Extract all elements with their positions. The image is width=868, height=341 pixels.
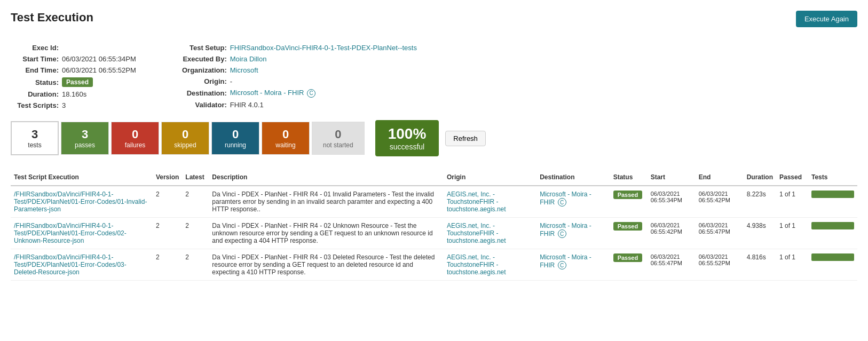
status-cell: Passed <box>610 249 648 281</box>
col-header-script: Test Script Execution <box>11 169 153 186</box>
status-badge: Passed <box>62 77 93 87</box>
test-setup-label: Test Setup: <box>168 44 227 52</box>
table-row: /FHIRSandbox/DaVinci/FHIR4-0-1-Test/PDEX… <box>11 249 857 281</box>
stat-passes: 3 passes <box>61 122 109 155</box>
start-cell: 06/03/202106:55:34PM <box>648 186 696 218</box>
end-cell: 06/03/202106:55:42PM <box>696 186 744 218</box>
executed-by-link[interactable]: Moira Dillon <box>230 55 267 63</box>
script-link[interactable]: /FHIRSandbox/DaVinci/FHIR4-0-1-Test/PDEX… <box>14 191 147 213</box>
start-cell: 06/03/202106:55:42PM <box>648 218 696 249</box>
dest-link[interactable]: Microsoft - Moira - FHIR C <box>540 191 591 206</box>
origin-cell: AEGIS.net, Inc. - TouchstoneFHIR - touch… <box>444 249 536 281</box>
progress-bar-fill <box>811 253 854 261</box>
script-cell: /FHIRSandbox/DaVinci/FHIR4-0-1-Test/PDEX… <box>11 249 153 281</box>
tests-cell <box>808 249 857 281</box>
col-header-tests: Tests <box>808 169 857 186</box>
version-cell: 2 <box>153 186 182 218</box>
desc-cell: Da Vinci - PDEX - PlanNet - FHIR R4 - 03… <box>209 249 444 281</box>
validator-value: FHIR 4.0.1 <box>230 101 264 109</box>
circle-c-icon: C <box>558 261 566 269</box>
test-setup-link[interactable]: FHIRSandbox-DaVinci-FHIR4-0-1-Test-PDEX-… <box>230 44 417 52</box>
col-header-duration: Duration <box>744 169 776 186</box>
dest-cell: Microsoft - Moira - FHIR C <box>536 249 610 281</box>
duration-cell: 8.223s <box>744 186 776 218</box>
results-table: Test Script Execution Version Latest Des… <box>11 169 857 281</box>
origin-link[interactable]: AEGIS.net, Inc. - TouchstoneFHIR - touch… <box>447 191 506 213</box>
version-cell: 2 <box>153 249 182 281</box>
refresh-button[interactable]: Refresh <box>445 131 486 146</box>
origin-link[interactable]: AEGIS.net, Inc. - TouchstoneFHIR - touch… <box>447 253 506 276</box>
script-link[interactable]: /FHIRSandbox/DaVinci/FHIR4-0-1-Test/PDEX… <box>14 253 127 276</box>
dest-cell: Microsoft - Moira - FHIR C <box>536 186 610 218</box>
col-header-origin: Origin <box>444 169 536 186</box>
dest-link[interactable]: Microsoft - Moira - FHIR C <box>540 253 591 269</box>
circle-c-icon: C <box>558 198 566 207</box>
end-time-label: End Time: <box>11 66 59 74</box>
progress-bar <box>811 222 854 229</box>
origin-link[interactable]: AEGIS.net, Inc. - TouchstoneFHIR - touch… <box>447 222 506 244</box>
col-header-version: Version <box>153 169 182 186</box>
stat-waiting: 0 waiting <box>262 122 310 155</box>
organization-link[interactable]: Microsoft <box>230 66 258 74</box>
status-cell: Passed <box>610 218 648 249</box>
circle-c-icon: C <box>558 229 566 238</box>
status-badge: Passed <box>613 253 643 262</box>
dest-cell: Microsoft - Moira - FHIR C <box>536 218 610 249</box>
duration-value: 18.160s <box>62 90 86 98</box>
end-cell: 06/03/202106:55:47PM <box>696 218 744 249</box>
latest-cell: 2 <box>182 249 209 281</box>
passed-cell: 1 of 1 <box>776 186 808 218</box>
col-header-latest: Latest <box>182 169 209 186</box>
destination-label: Destination: <box>168 89 227 97</box>
script-link[interactable]: /FHIRSandbox/DaVinci/FHIR4-0-1-Test/PDEX… <box>14 222 127 244</box>
latest-cell: 2 <box>182 218 209 249</box>
page-title: Test Execution <box>11 11 93 25</box>
dest-link[interactable]: Microsoft - Moira - FHIR C <box>540 222 591 237</box>
col-header-end: End <box>696 169 744 186</box>
test-scripts-label: Test Scripts: <box>11 101 59 109</box>
duration-cell: 4.816s <box>744 249 776 281</box>
status-cell: Passed <box>610 186 648 218</box>
version-cell: 2 <box>153 218 182 249</box>
progress-bar-fill <box>811 222 854 229</box>
origin-label: Origin: <box>168 77 227 85</box>
origin-value: - <box>230 77 232 85</box>
circle-c-icon: C <box>307 89 315 98</box>
success-box: 100% successful <box>375 120 439 156</box>
executed-by-label: Executed By: <box>168 55 227 63</box>
progress-bar-fill <box>811 191 854 198</box>
progress-bar <box>811 253 854 261</box>
stat-failures: 0 failures <box>111 122 159 155</box>
passed-cell: 1 of 1 <box>776 218 808 249</box>
passed-cell: 1 of 1 <box>776 249 808 281</box>
stat-running: 0 running <box>211 122 259 155</box>
test-scripts-value: 3 <box>62 101 66 109</box>
stat-tests: 3 tests <box>11 121 59 155</box>
desc-cell: Da Vinci - PDEX - PlanNet - FHIR R4 - 02… <box>209 218 444 249</box>
status-badge: Passed <box>613 222 643 231</box>
progress-bar <box>811 191 854 198</box>
col-header-passed: Passed <box>776 169 808 186</box>
table-row: /FHIRSandbox/DaVinci/FHIR4-0-1-Test/PDEX… <box>11 218 857 249</box>
latest-cell: 2 <box>182 186 209 218</box>
col-header-start: Start <box>648 169 696 186</box>
table-row: /FHIRSandbox/DaVinci/FHIR4-0-1-Test/PDEX… <box>11 186 857 218</box>
col-header-desc: Description <box>209 169 444 186</box>
execute-again-button[interactable]: Execute Again <box>796 11 857 27</box>
start-time-label: Start Time: <box>11 55 59 63</box>
col-header-status: Status <box>610 169 648 186</box>
stat-not-started: 0 not started <box>312 122 365 155</box>
script-cell: /FHIRSandbox/DaVinci/FHIR4-0-1-Test/PDEX… <box>11 218 153 249</box>
origin-cell: AEGIS.net, Inc. - TouchstoneFHIR - touch… <box>444 218 536 249</box>
start-cell: 06/03/202106:55:47PM <box>648 249 696 281</box>
duration-cell: 4.938s <box>744 218 776 249</box>
validator-label: Validator: <box>168 101 227 109</box>
end-time-value: 06/03/2021 06:55:52PM <box>62 66 136 74</box>
status-badge: Passed <box>613 191 643 199</box>
end-cell: 06/03/202106:55:52PM <box>696 249 744 281</box>
destination-link[interactable]: Microsoft - Moira - FHIR C <box>230 89 315 98</box>
duration-label: Duration: <box>11 90 59 98</box>
status-label: Status: <box>11 78 59 86</box>
stat-skipped: 0 skipped <box>161 122 209 155</box>
exec-id-label: Exec Id: <box>11 44 59 52</box>
